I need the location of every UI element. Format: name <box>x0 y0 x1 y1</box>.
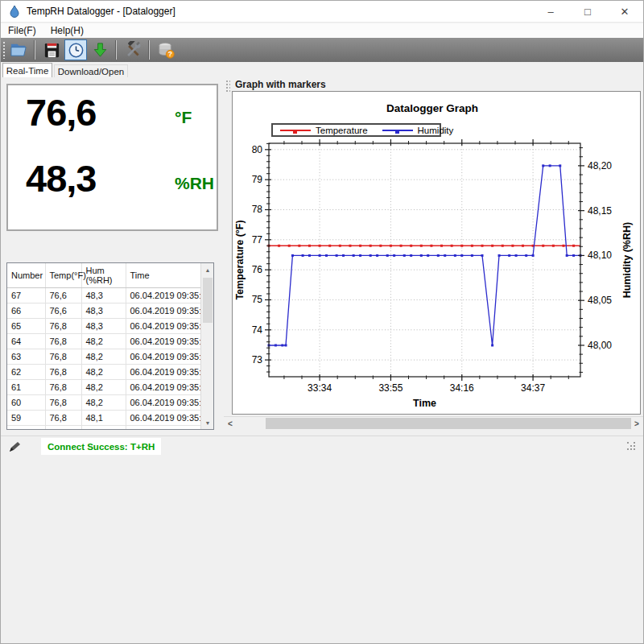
close-button[interactable]: ✕ <box>606 1 643 23</box>
scroll-left-arrow[interactable]: < <box>224 417 237 430</box>
realtime-clock-button[interactable] <box>64 39 87 60</box>
graph-horizontal-scrollbar[interactable]: < > <box>224 416 643 429</box>
app-window: TempRH Datalogger - [Datalogger] – □ ✕ F… <box>0 0 644 644</box>
datalogger-chart: 33:3433:5534:1634:37737475767778798048,0… <box>233 92 640 414</box>
toolbar-separator <box>116 40 117 60</box>
svg-text:48,05: 48,05 <box>588 295 612 306</box>
toolbar-grip[interactable] <box>2 41 6 59</box>
table-row[interactable]: 6076,848,206.04.2019 09:35:16 <box>7 395 200 411</box>
svg-text:77: 77 <box>252 234 263 246</box>
open-file-button[interactable] <box>7 39 30 60</box>
status-message: Connect Success: T+RH <box>47 442 155 452</box>
svg-text:Humidity (%RH): Humidity (%RH) <box>621 222 633 298</box>
hscroll-thumb[interactable] <box>266 418 631 429</box>
svg-text:Temperature (°F): Temperature (°F) <box>234 220 246 299</box>
col-header-time[interactable]: Time <box>126 263 200 288</box>
svg-text:80: 80 <box>252 144 263 155</box>
svg-text:74: 74 <box>252 324 263 336</box>
table-row[interactable]: 6476,848,206.04.2019 09:35:25 <box>7 334 200 349</box>
minimize-button[interactable]: – <box>532 1 569 23</box>
table-row[interactable]: 6576,848,306.04.2019 09:35:27 <box>7 319 200 334</box>
svg-text:48,20: 48,20 <box>588 160 612 171</box>
svg-text:33:55: 33:55 <box>378 382 402 394</box>
graph-group-label: Graph with markers <box>235 79 326 90</box>
tab-bar: Real-Time Download/Open <box>1 63 643 77</box>
svg-text:48,10: 48,10 <box>588 250 612 261</box>
humidity-unit: %RH <box>175 174 214 193</box>
table-row[interactable]: 6276,848,206.04.2019 09:35:21 <box>7 365 200 380</box>
svg-text:34:37: 34:37 <box>521 382 545 394</box>
col-header-temp[interactable]: Temp(°F) <box>45 263 81 288</box>
tab-download-open[interactable]: Download/Open <box>54 64 128 77</box>
download-button[interactable] <box>89 39 111 60</box>
table-header-row: Number Temp(°F) Hum (%RH) Time <box>7 263 200 288</box>
svg-text:48,00: 48,00 <box>588 340 612 351</box>
temperature-line-sample <box>280 130 311 131</box>
svg-text:79: 79 <box>252 174 263 185</box>
toolbar-separator <box>35 40 35 60</box>
panel-splitter-grip[interactable] <box>225 80 230 93</box>
tab-real-time[interactable]: Real-Time <box>2 63 52 77</box>
download-arrow-icon <box>91 41 109 60</box>
table-row[interactable]: 6776,648,306.04.2019 09:35:31 <box>7 288 200 303</box>
chart-title: Datalogger Graph <box>312 102 553 114</box>
log-table: Number Temp(°F) Hum (%RH) Time 6776,648,… <box>6 262 214 430</box>
database-question-icon: ? <box>157 41 175 60</box>
scroll-thumb[interactable] <box>203 278 213 323</box>
save-button[interactable] <box>40 39 63 60</box>
svg-text:73: 73 <box>252 354 263 365</box>
legend-entry-temperature: Temperature <box>280 126 368 135</box>
humidity-line-sample <box>382 130 413 131</box>
status-message-box: Connect Success: T+RH <box>41 438 161 455</box>
table-row[interactable]: 6176,848,206.04.2019 09:35:18 <box>7 380 200 395</box>
app-droplet-icon <box>8 5 21 18</box>
floppy-disk-icon <box>43 41 61 60</box>
scroll-right-arrow[interactable]: > <box>630 417 643 430</box>
chart-area: 33:3433:5534:1634:37737475767778798048,0… <box>232 91 641 415</box>
svg-text:48,15: 48,15 <box>588 205 612 217</box>
col-header-number[interactable]: Number <box>7 263 45 288</box>
clock-icon <box>67 41 85 60</box>
settings-button[interactable] <box>122 39 144 60</box>
table-vertical-scrollbar[interactable]: ▲ ▼ <box>200 263 213 429</box>
data-help-button[interactable]: ? <box>155 39 177 60</box>
table-row[interactable]: 5876,848,106.04.2019 09:35:12 <box>7 426 200 431</box>
legend-entry-humidity: Humidity <box>382 126 454 135</box>
scroll-up-arrow[interactable]: ▲ <box>201 263 214 276</box>
tools-icon <box>124 41 142 60</box>
table-row[interactable]: 6376,848,206.04.2019 09:35:23 <box>7 349 200 365</box>
table-row[interactable]: 6676,648,306.04.2019 09:35:29 <box>7 303 200 319</box>
status-bar: Connect Success: T+RH <box>1 436 643 456</box>
toolbar-separator <box>149 40 150 60</box>
svg-text:75: 75 <box>252 294 263 305</box>
toolbar: ? <box>1 38 643 62</box>
svg-text:76: 76 <box>252 264 263 275</box>
scroll-down-arrow[interactable]: ▼ <box>201 416 214 429</box>
window-title: TempRH Datalogger - [Datalogger] <box>27 6 175 17</box>
maximize-button[interactable]: □ <box>569 1 606 23</box>
humidity-value: 48,3 <box>26 156 96 200</box>
pen-icon <box>8 440 21 453</box>
data-table-body: 6776,648,306.04.2019 09:35:316676,648,30… <box>7 288 200 431</box>
temperature-unit: °F <box>175 108 192 127</box>
resize-grip[interactable] <box>627 442 629 444</box>
menu-bar: File(F) Help(H) <box>1 23 643 38</box>
folder-open-icon <box>10 41 28 60</box>
menu-file[interactable]: File(F) <box>1 25 43 36</box>
title-bar: TempRH Datalogger - [Datalogger] – □ ✕ <box>1 1 643 23</box>
table-row[interactable]: 5976,848,106.04.2019 09:35:14 <box>7 411 200 426</box>
svg-text:33:34: 33:34 <box>308 382 332 394</box>
svg-text:78: 78 <box>252 204 263 215</box>
svg-text:Time: Time <box>413 398 436 409</box>
col-header-hum[interactable]: Hum (%RH) <box>81 263 126 288</box>
readout-panel: 76,6 °F 48,3 %RH <box>6 84 218 231</box>
temperature-value: 76,6 <box>26 90 96 134</box>
svg-text:34:16: 34:16 <box>450 382 474 394</box>
svg-text:?: ? <box>167 50 171 58</box>
chart-legend: Temperature Humidity <box>271 123 441 137</box>
menu-help[interactable]: Help(H) <box>43 25 91 36</box>
